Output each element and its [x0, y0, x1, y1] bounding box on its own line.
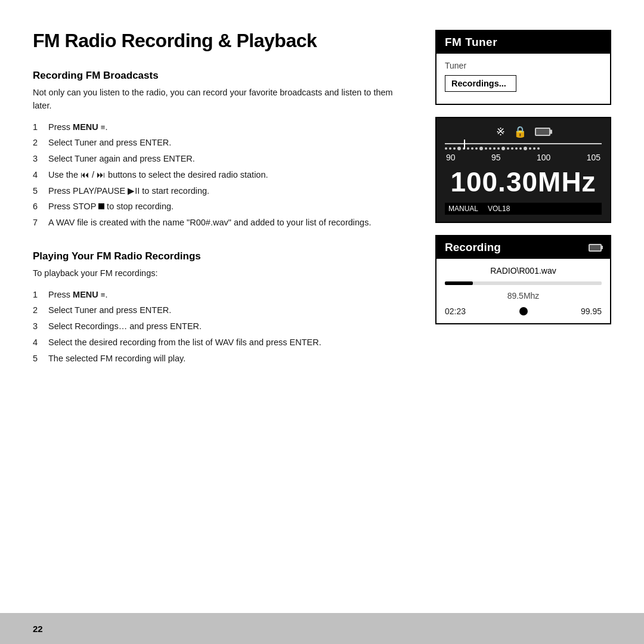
- fm-volume: VOL18: [488, 205, 510, 213]
- left-column: FM Radio Recording & Playback Recording …: [33, 30, 411, 608]
- fm-manual-vol: MANUAL VOL18: [445, 203, 602, 215]
- list-item: 4 Select the desired recording from the …: [33, 336, 411, 349]
- fm-tuner-menu-item: Tuner: [445, 60, 602, 72]
- fm-display-icons: ※ 🔒: [445, 125, 602, 138]
- list-item: 3 Select Tuner again and press ENTER.: [33, 153, 411, 166]
- recording-section-title: Recording FM Broadcasts: [33, 70, 411, 82]
- list-item: 1 Press MENU ≡.: [33, 289, 411, 302]
- right-column: FM Tuner Tuner Recordings... ※ 🔒: [435, 30, 611, 608]
- playback-section-desc: To playback your FM recordings:: [33, 267, 411, 280]
- recording-level: 99.95: [581, 306, 602, 316]
- page-title: FM Radio Recording & Playback: [33, 30, 411, 52]
- playback-section-title: Playing Your FM Radio Recordings: [33, 250, 411, 262]
- fm-frequency-display: 100.30MHz: [445, 166, 602, 198]
- recording-filename: RADIO\R001.wav: [445, 266, 602, 275]
- recording-bottom-bar: 02:23 99.95: [445, 306, 602, 316]
- recording-section-desc: Not only can you listen to the radio, yo…: [33, 86, 411, 113]
- fm-tuner-scale: 90 95 100 105: [445, 143, 602, 162]
- page-footer: 22: [0, 613, 644, 644]
- list-item: 3 Select Recordings… and press ENTER.: [33, 320, 411, 333]
- recording-header: Recording: [436, 236, 610, 259]
- recording-time: 02:23: [445, 306, 466, 316]
- battery-display-icon: [535, 128, 550, 136]
- signal-icon: ※: [496, 125, 505, 138]
- recording-battery-icon: [589, 244, 602, 252]
- list-item: 6 Press STOP to stop recording.: [33, 200, 411, 213]
- recording-progress-fill: [445, 281, 473, 285]
- list-item: 2 Select Tuner and press ENTER.: [33, 304, 411, 317]
- playback-steps-list: 1 Press MENU ≡. 2 Select Tuner and press…: [33, 289, 411, 369]
- recording-body: RADIO\R001.wav 89.5Mhz 02:23 99.95: [436, 259, 610, 323]
- scale-indicator: [464, 140, 465, 149]
- recording-steps-list: 1 Press MENU ≡. 2 Select Tuner and press…: [33, 121, 411, 233]
- fm-scale-dots: [445, 147, 602, 150]
- recording-frequency: 89.5Mhz: [445, 291, 602, 301]
- recording-indicator-dot: [519, 307, 528, 315]
- stop-icon: [98, 203, 104, 209]
- fm-tuner-selected-item: Recordings...: [445, 75, 516, 92]
- list-item: 1 Press MENU ≡.: [33, 121, 411, 134]
- recording-progress-bar: [445, 281, 602, 285]
- fm-tuner-body: Tuner Recordings...: [436, 54, 610, 104]
- fm-display-widget: ※ 🔒: [435, 117, 611, 223]
- fm-mode: MANUAL: [448, 205, 478, 213]
- list-item: 2 Select Tuner and press ENTER.: [33, 137, 411, 150]
- list-item: 5 The selected FM recording will play.: [33, 352, 411, 366]
- fm-tuner-header: FM Tuner: [436, 31, 610, 54]
- list-item: 7 A WAV file is created with the name "R…: [33, 216, 411, 230]
- recording-header-label: Recording: [445, 241, 501, 254]
- lock-icon: 🔒: [513, 125, 527, 138]
- list-item: 4 Use the ⏮ / ⏭ buttons to select the de…: [33, 169, 411, 182]
- list-item: 5 Press PLAY/PAUSE ▶II to start recordin…: [33, 185, 411, 198]
- fm-scale-numbers: 90 95 100 105: [445, 153, 602, 162]
- page-number: 22: [33, 624, 43, 634]
- fm-tuner-widget: FM Tuner Tuner Recordings...: [435, 30, 611, 105]
- recording-widget: Recording RADIO\R001.wav 89.5Mhz 02:23 9…: [435, 235, 611, 324]
